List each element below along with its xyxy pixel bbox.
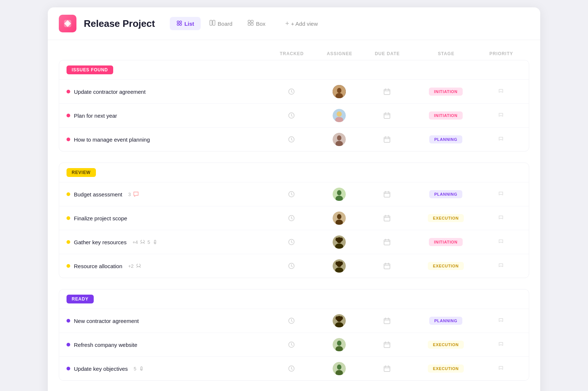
- tracked-cell[interactable]: [266, 112, 317, 119]
- main-content: TRACKED ASSIGNEE DUE DATE STAGE PRIORITY…: [48, 40, 540, 391]
- svg-point-65: [337, 365, 341, 370]
- stage-badge-execution: EXECUTION: [428, 341, 464, 349]
- priority-cell[interactable]: [479, 318, 523, 324]
- add-view-button[interactable]: + + Add view: [279, 17, 323, 31]
- stage-badge-initiation: INITIATION: [429, 111, 463, 120]
- due-date-cell[interactable]: [361, 263, 413, 269]
- stage-cell[interactable]: PLANNING: [413, 135, 479, 143]
- tracked-cell[interactable]: [266, 191, 317, 198]
- tracked-cell[interactable]: [266, 88, 317, 95]
- svg-rect-36: [384, 216, 390, 221]
- task-row[interactable]: New contractor agreement PLANNING: [59, 309, 529, 333]
- badge-issues-found: ISSUES FOUND: [67, 65, 113, 74]
- assignee-cell[interactable]: [317, 133, 361, 146]
- svg-point-48: [340, 262, 343, 265]
- due-date-cell[interactable]: [361, 112, 413, 119]
- due-date-cell[interactable]: [361, 341, 413, 348]
- board-icon: [209, 20, 215, 27]
- stage-badge-execution: EXECUTION: [428, 214, 464, 222]
- task-row[interactable]: Plan for next year INITIATION: [59, 103, 529, 127]
- svg-rect-4: [177, 24, 179, 25]
- table-header: TRACKED ASSIGNEE DUE DATE STAGE PRIORITY: [59, 51, 529, 60]
- badge-ready: READY: [67, 295, 94, 303]
- task-dot-yellow: [67, 216, 70, 220]
- svg-rect-16: [384, 89, 390, 95]
- priority-cell[interactable]: [479, 342, 523, 348]
- task-row[interactable]: How to manage event planning PLANNING: [59, 127, 529, 151]
- col-tracked: TRACKED: [266, 51, 318, 56]
- stage-cell[interactable]: EXECUTION: [413, 341, 479, 349]
- svg-rect-9: [251, 20, 253, 22]
- tracked-cell[interactable]: [266, 136, 317, 143]
- assignee-cell[interactable]: [317, 314, 361, 327]
- tracked-cell[interactable]: [266, 214, 317, 222]
- svg-rect-67: [384, 366, 390, 372]
- priority-cell[interactable]: [479, 215, 523, 221]
- task-row[interactable]: Update key objectives 5: [59, 356, 529, 380]
- priority-cell[interactable]: [479, 113, 523, 118]
- tracked-cell[interactable]: [266, 238, 317, 246]
- svg-point-24: [337, 135, 341, 141]
- section-issues-found: ISSUES FOUND Update contractor agreement: [59, 60, 529, 152]
- stage-cell[interactable]: EXECUTION: [413, 365, 479, 373]
- due-date-cell[interactable]: [361, 191, 413, 198]
- svg-rect-26: [384, 137, 390, 142]
- assignee-cell[interactable]: [317, 259, 361, 273]
- assignee-cell[interactable]: [317, 235, 361, 249]
- section-ready: READY New contractor agreement: [59, 289, 529, 381]
- stage-cell[interactable]: PLANNING: [413, 190, 479, 198]
- tab-box[interactable]: Box: [241, 17, 272, 30]
- priority-cell[interactable]: [479, 366, 523, 372]
- task-dot-red: [67, 114, 70, 117]
- stage-cell[interactable]: PLANNING: [413, 317, 479, 325]
- priority-cell[interactable]: [479, 263, 523, 269]
- priority-cell[interactable]: [479, 89, 523, 95]
- list-icon: [176, 20, 182, 27]
- tracked-cell[interactable]: [266, 317, 317, 324]
- stage-cell[interactable]: EXECUTION: [413, 214, 479, 222]
- priority-cell[interactable]: [479, 136, 523, 142]
- svg-rect-5: [180, 24, 182, 25]
- tab-box-label: Box: [256, 21, 265, 27]
- stage-cell[interactable]: INITIATION: [413, 88, 479, 96]
- priority-cell[interactable]: [479, 191, 523, 197]
- assignee-cell[interactable]: [317, 85, 361, 98]
- assignee-cell[interactable]: [317, 188, 361, 201]
- due-date-cell[interactable]: [361, 88, 413, 95]
- task-row[interactable]: Budget assessment 3: [59, 182, 529, 206]
- task-row[interactable]: Update contractor agreement INITIATION: [59, 79, 529, 103]
- priority-cell[interactable]: [479, 239, 523, 245]
- assignee-cell[interactable]: [317, 338, 361, 351]
- task-row[interactable]: Gather key resources +4 5: [59, 230, 529, 254]
- tracked-cell[interactable]: [266, 341, 317, 348]
- task-dot-purple: [67, 343, 70, 346]
- svg-point-40: [336, 238, 338, 241]
- stage-cell[interactable]: EXECUTION: [413, 262, 479, 270]
- due-date-cell[interactable]: [361, 365, 413, 372]
- svg-point-19: [337, 111, 342, 117]
- stage-cell[interactable]: INITIATION: [413, 238, 479, 246]
- box-icon: [248, 20, 254, 27]
- assignee-cell[interactable]: [317, 362, 361, 375]
- tab-board[interactable]: Board: [203, 17, 239, 30]
- tab-list[interactable]: List: [170, 17, 201, 30]
- section-header-issues: ISSUES FOUND: [59, 60, 529, 79]
- due-date-cell[interactable]: [361, 136, 413, 143]
- task-row[interactable]: Finalize project scope EXECUTION: [59, 206, 529, 230]
- task-row[interactable]: Refresh company website EXECUTION: [59, 333, 529, 356]
- stage-badge-initiation: INITIATION: [429, 238, 463, 246]
- task-meta: 5: [134, 366, 144, 372]
- tracked-cell[interactable]: [266, 262, 317, 270]
- tracked-cell[interactable]: [266, 365, 317, 372]
- due-date-cell[interactable]: [361, 215, 413, 221]
- task-row[interactable]: Resource allocation +2: [59, 254, 529, 278]
- svg-rect-11: [251, 23, 253, 25]
- add-icon: +: [285, 20, 289, 28]
- svg-point-29: [337, 190, 341, 195]
- due-date-cell[interactable]: [361, 239, 413, 245]
- assignee-cell[interactable]: [317, 212, 361, 225]
- assignee-cell[interactable]: [317, 109, 361, 122]
- due-date-cell[interactable]: [361, 317, 413, 324]
- stage-cell[interactable]: INITIATION: [413, 111, 479, 120]
- task-meta: +4 5: [132, 239, 157, 245]
